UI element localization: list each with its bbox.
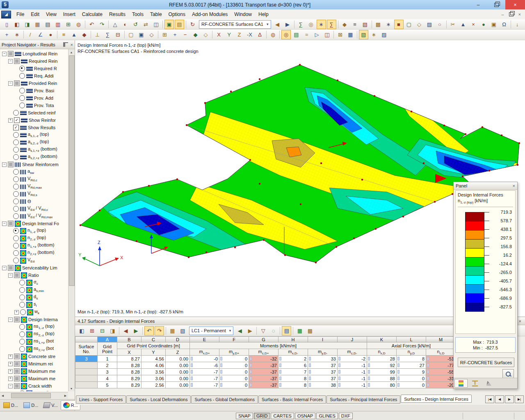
tree-item[interactable]: +Minimum rei bbox=[0, 360, 68, 368]
expand-icon[interactable]: + bbox=[8, 362, 13, 366]
radio-button[interactable] bbox=[19, 287, 25, 293]
edit-comment-icon[interactable]: ▧ bbox=[178, 326, 187, 336]
group-checkbox[interactable] bbox=[14, 361, 20, 367]
table-cell[interactable]: -37 bbox=[249, 375, 278, 382]
delete-row-icon[interactable]: ⊟ bbox=[98, 326, 107, 336]
work-plane-icon[interactable]: Δ bbox=[255, 30, 265, 39]
table-cell[interactable]: 37 bbox=[308, 362, 338, 369]
tree-item[interactable]: Selected reinf bbox=[0, 109, 68, 116]
delete-icon[interactable]: × bbox=[469, 20, 478, 29]
next-module-icon[interactable]: ▶ bbox=[283, 20, 292, 29]
calculator-icon[interactable]: ▩ bbox=[305, 326, 315, 336]
table-cell[interactable]: -51 bbox=[426, 356, 456, 362]
expand-icon[interactable]: + bbox=[8, 118, 13, 123]
radio-button[interactable] bbox=[20, 309, 26, 315]
group-checkbox[interactable] bbox=[14, 368, 20, 374]
new-member-set-icon[interactable]: ▲ bbox=[69, 30, 79, 39]
table-row[interactable]: 28.284.060.00-60-37637-19227-77 bbox=[75, 362, 456, 369]
group-checkbox[interactable] bbox=[14, 317, 20, 322]
table-cell[interactable]: -77 bbox=[426, 362, 456, 369]
module-calc-icon[interactable]: ▣ bbox=[489, 20, 499, 29]
tree-item[interactable]: as,1,-z (top) bbox=[0, 131, 68, 139]
loadcase-selector[interactable]: LC1 - Permanent▾ bbox=[189, 326, 233, 335]
radio-button[interactable] bbox=[19, 346, 25, 352]
table-cell[interactable]: 7 bbox=[278, 369, 308, 375]
table-cell[interactable]: -7 bbox=[190, 369, 219, 375]
table-cell[interactable]: 3 bbox=[98, 369, 117, 375]
table-cell[interactable]: -37 bbox=[249, 369, 278, 375]
mdi-minimize-button[interactable]: – bbox=[501, 12, 504, 17]
navigator-close-icon[interactable]: × bbox=[71, 42, 73, 47]
radio-button[interactable] bbox=[13, 184, 19, 189]
surface-no-cell[interactable] bbox=[75, 369, 98, 375]
view-z-icon[interactable]: Z bbox=[235, 30, 244, 39]
panel-tab-factors[interactable] bbox=[468, 379, 482, 388]
menu-item-results[interactable]: Results bbox=[106, 10, 129, 19]
tree-item[interactable]: as,1,+z (bottom) bbox=[0, 146, 68, 153]
prev-module-icon[interactable]: ◀ bbox=[273, 20, 282, 29]
table-cell[interactable]: 0 bbox=[219, 369, 249, 375]
navigator-tab-display[interactable]: D... bbox=[21, 400, 41, 410]
radio-button[interactable] bbox=[13, 199, 19, 204]
new-window-icon[interactable]: ◫ bbox=[151, 20, 161, 29]
table-cell[interactable]: 92 bbox=[367, 362, 397, 369]
tree-item[interactable]: −Design Internal Fo bbox=[0, 220, 68, 227]
expand-icon[interactable]: + bbox=[8, 369, 13, 374]
result-tables-icon[interactable]: ≡ bbox=[350, 20, 360, 29]
undo-icon[interactable]: ↶ bbox=[87, 20, 96, 29]
column-letter-G[interactable]: G bbox=[249, 337, 278, 342]
tree-item[interactable]: ✓Show Results bbox=[0, 124, 68, 131]
insert-row-icon[interactable]: ⊞ bbox=[87, 326, 97, 336]
statusbar-toggle-grid[interactable]: GRID bbox=[254, 413, 270, 419]
visual-objects-icon[interactable]: ◍ bbox=[268, 30, 278, 39]
view-tab[interactable]: Surfaces - Basic Internal Forces bbox=[258, 395, 326, 404]
table-cell[interactable]: 8.29 bbox=[117, 375, 142, 382]
scrollbar-thumb[interactable] bbox=[11, 393, 51, 398]
menu-item-view[interactable]: View bbox=[43, 10, 60, 19]
refresh-results-icon[interactable]: ↻ bbox=[188, 20, 197, 29]
undo-icon[interactable]: ↶ bbox=[144, 326, 154, 336]
view-3d-icon[interactable]: ◆ bbox=[191, 30, 200, 39]
mdi-restore-button[interactable] bbox=[509, 12, 514, 16]
tree-item[interactable]: σc bbox=[0, 279, 68, 286]
column-letter-H[interactable]: H bbox=[278, 337, 308, 342]
table-cell[interactable]: 8.29 bbox=[117, 382, 142, 388]
tree-item[interactable]: −Serviceability Lim bbox=[0, 264, 68, 272]
radio-button[interactable] bbox=[13, 250, 19, 256]
table-cell[interactable]: 0.00 bbox=[166, 375, 190, 382]
table-cell[interactable]: -1 bbox=[338, 382, 367, 388]
table-cell[interactable]: -32 bbox=[249, 356, 278, 362]
deformation-icon[interactable]: ≈ bbox=[302, 30, 311, 39]
select-special-icon[interactable]: ◇ bbox=[147, 30, 156, 39]
tree-item[interactable]: Θ bbox=[0, 198, 68, 205]
surface-no-cell[interactable]: 3 bbox=[75, 356, 98, 362]
tree-item[interactable]: +✓Show Reinfor bbox=[0, 116, 68, 124]
tree-item[interactable]: asw bbox=[0, 168, 68, 176]
menu-item-tools[interactable]: Tools bbox=[129, 10, 147, 19]
table-cell[interactable]: 2 bbox=[98, 362, 117, 369]
radio-button[interactable] bbox=[13, 147, 19, 153]
draw-polyline-icon[interactable]: ∠ bbox=[36, 30, 45, 39]
tree-item[interactable]: +Maximum me bbox=[0, 375, 68, 382]
radio-button[interactable] bbox=[13, 154, 19, 160]
panel-titlebar[interactable]: Panel × bbox=[454, 182, 517, 190]
redo-icon[interactable]: ↷ bbox=[97, 20, 107, 29]
visibility-icon[interactable]: ○ bbox=[435, 20, 445, 29]
load-case-2-icon[interactable]: ↓ bbox=[523, 20, 525, 29]
tree-item[interactable]: VRd,max bbox=[0, 183, 68, 190]
table-view-icon[interactable]: ▦ bbox=[168, 326, 177, 336]
expand-icon[interactable]: + bbox=[8, 377, 13, 381]
table-cell[interactable]: 1 bbox=[98, 356, 117, 362]
scroll-up-icon[interactable]: ▲ bbox=[68, 49, 74, 55]
zoom-select-icon[interactable]: ◐ bbox=[121, 20, 130, 29]
open-project-icon[interactable]: ◨ bbox=[23, 20, 32, 29]
panels-icon[interactable]: ◫ bbox=[322, 30, 332, 39]
next-loadcase-icon[interactable]: ▶ bbox=[245, 326, 255, 336]
collapse-icon[interactable]: − bbox=[8, 273, 13, 278]
tree-item[interactable]: ns2,-z (top) bbox=[0, 331, 68, 338]
tree-item[interactable]: sl bbox=[0, 301, 68, 308]
table-cell[interactable]: 8 bbox=[397, 356, 426, 362]
statusbar-toggle-cartes[interactable]: CARTES bbox=[271, 413, 294, 419]
table-cell[interactable]: 28 bbox=[367, 356, 397, 362]
table-close-icon[interactable]: × bbox=[518, 319, 523, 324]
